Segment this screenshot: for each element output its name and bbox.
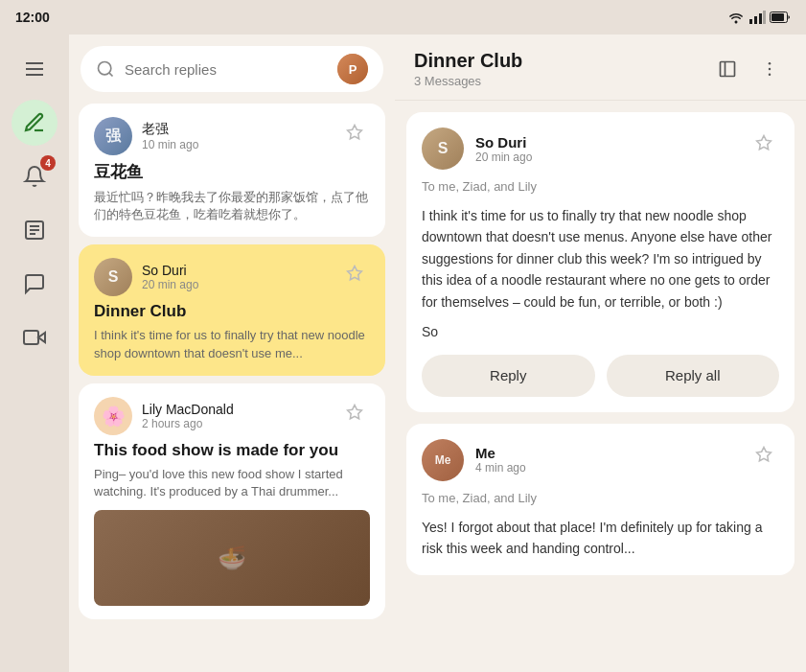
sidebar-item-compose[interactable] [12, 100, 58, 146]
svg-marker-18 [348, 266, 362, 280]
msg-star-1[interactable] [748, 127, 779, 158]
compose-icon [23, 111, 46, 134]
svg-line-16 [109, 73, 113, 77]
email-preview-2: I think it's time for us to finally try … [94, 327, 370, 361]
detail-title: Dinner Club [414, 50, 522, 72]
svg-marker-19 [348, 405, 362, 418]
msg-to-1: To me, Ziad, and Lily [422, 179, 779, 194]
detail-panel: Dinner Club 3 Messages [395, 35, 806, 672]
svg-rect-2 [759, 13, 762, 24]
detail-header: Dinner Club 3 Messages [395, 35, 806, 101]
status-time: 12:00 [15, 10, 50, 25]
msg-avatar-2: Me [422, 439, 464, 481]
sidebar-item-notifications[interactable]: 4 [12, 153, 58, 199]
msg-signature-1: So [422, 324, 779, 339]
notification-badge: 4 [40, 155, 56, 171]
battery-icon [770, 12, 791, 23]
messages-list: S So Duri 20 min ago To me, Ziad, and Li… [395, 101, 806, 672]
svg-marker-26 [757, 447, 771, 460]
msg-sender-1: So Duri [475, 134, 532, 151]
email-1-header: 强 老强 10 min ago [94, 117, 370, 155]
star-button-1[interactable] [339, 117, 370, 148]
msg-to-2: To me, Ziad, and Lily [422, 491, 779, 505]
email-2-header: S So Duri 20 min ago [94, 258, 370, 296]
sender-time-3: 2 hours ago [142, 417, 234, 430]
message-card-2: Me Me 4 min ago To me, Ziad, and Lily Ye… [406, 424, 794, 575]
msg-body-2: Yes! I forgot about that place! I'm defi… [422, 517, 779, 560]
sidebar-item-video[interactable] [12, 314, 58, 360]
search-bar: P [81, 46, 383, 92]
status-icons [727, 11, 791, 24]
svg-point-15 [99, 62, 111, 75]
svg-point-23 [769, 68, 771, 71]
status-bar: 12:00 [0, 0, 806, 35]
star-button-3[interactable] [339, 397, 370, 428]
sender-name-2: So Duri [142, 263, 198, 278]
sender-avatar-1: 强 [94, 117, 132, 155]
reply-button[interactable]: Reply [422, 355, 595, 397]
sidebar-item-notes[interactable] [12, 207, 58, 253]
svg-marker-17 [348, 126, 362, 139]
msg-body-1: I think it's time for us to finally try … [422, 205, 779, 313]
search-icon [96, 59, 115, 79]
msg-star-2[interactable] [748, 439, 779, 470]
reply-actions-1: Reply Reply all [422, 355, 779, 397]
detail-actions [710, 52, 787, 86]
email-subject-3: This food show is made for you [94, 441, 370, 460]
user-avatar[interactable]: P [337, 54, 368, 84]
svg-point-22 [769, 62, 771, 65]
more-options-button[interactable] [752, 52, 787, 86]
email-item-1[interactable]: 强 老强 10 min ago 豆花鱼 最近忙吗？昨晚我去了你最爱的那家饭馆，点… [79, 104, 385, 237]
detail-message-count: 3 Messages [414, 74, 522, 88]
signal-icon [748, 11, 766, 24]
star-button-2[interactable] [339, 258, 370, 289]
reply-all-button[interactable]: Reply all [607, 355, 780, 397]
notes-icon [23, 219, 46, 242]
email-preview-1: 最近忙吗？昨晚我去了你最爱的那家饭馆，点了他们的特色豆花鱼，吃着吃着就想你了。 [94, 189, 370, 223]
sender-time-2: 20 min ago [142, 278, 198, 291]
sidebar-item-chat[interactable] [12, 261, 58, 307]
email-item-2[interactable]: S So Duri 20 min ago Dinner Club I think… [79, 244, 385, 375]
expand-button[interactable] [710, 52, 745, 86]
sender-time-1: 10 min ago [142, 138, 198, 151]
msg-sender-2: Me [475, 445, 526, 461]
sender-name-3: Lily MacDonald [142, 402, 234, 417]
svg-rect-14 [24, 331, 38, 344]
msg-time-1: 20 min ago [475, 151, 532, 164]
email-preview-3: Ping– you'd love this new food show I st… [94, 466, 370, 500]
sender-name-1: 老强 [142, 121, 198, 138]
svg-rect-20 [721, 62, 735, 77]
message-card-1: S So Duri 20 min ago To me, Ziad, and Li… [406, 112, 794, 412]
svg-marker-25 [757, 136, 771, 150]
chat-icon [23, 272, 46, 295]
hamburger-icon [23, 58, 46, 81]
sender-avatar-3: 🌸 [94, 397, 132, 435]
sidebar: 4 [0, 35, 69, 672]
svg-rect-1 [754, 16, 757, 24]
email-list-panel: P 强 老强 10 min ago 豆花鱼 最近忙吗？昨晚我去了你最爱的那家饭馆… [69, 35, 395, 672]
svg-rect-0 [749, 19, 752, 24]
email-image-3: 🍜 [94, 510, 370, 606]
email-3-header: 🌸 Lily MacDonald 2 hours ago [94, 397, 370, 435]
svg-marker-13 [38, 333, 45, 342]
msg-time-2: 4 min ago [475, 461, 526, 475]
email-subject-2: Dinner Club [94, 302, 370, 321]
svg-rect-5 [771, 13, 784, 21]
svg-rect-3 [763, 11, 766, 24]
email-subject-1: 豆花鱼 [94, 161, 370, 183]
msg-avatar-1: S [422, 127, 464, 170]
svg-point-24 [769, 74, 771, 77]
email-item-3[interactable]: 🌸 Lily MacDonald 2 hours ago This food s… [79, 383, 385, 619]
search-input[interactable] [125, 61, 328, 78]
video-icon [23, 326, 46, 349]
sidebar-item-menu[interactable] [12, 46, 58, 92]
wifi-icon [727, 11, 745, 24]
sender-avatar-2: S [94, 258, 132, 296]
